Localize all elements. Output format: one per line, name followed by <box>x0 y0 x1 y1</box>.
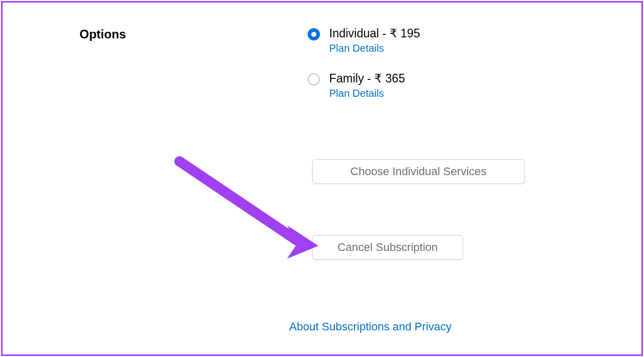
plan-label: Individual - ₹ 195 <box>329 27 420 40</box>
plan-details-link[interactable]: Plan Details <box>329 88 405 99</box>
choose-individual-services-button[interactable]: Choose Individual Services <box>312 159 525 184</box>
radio-unselected-icon[interactable] <box>308 73 320 86</box>
about-subscriptions-privacy-link[interactable]: About Subscriptions and Privacy <box>289 320 452 333</box>
plan-label: Family - ₹ 365 <box>329 72 405 86</box>
plan-text-group: Family - ₹ 365 Plan Details <box>329 72 405 99</box>
annotation-arrow-icon <box>172 154 320 261</box>
plan-text-group: Individual - ₹ 195 Plan Details <box>329 27 420 54</box>
annotation-frame: Options Individual - ₹ 195 Plan Details … <box>1 1 643 356</box>
plan-option-family[interactable]: Family - ₹ 365 Plan Details <box>308 72 405 99</box>
cancel-subscription-button[interactable]: Cancel Subscription <box>312 235 463 260</box>
subscription-options-panel: Options Individual - ₹ 195 Plan Details … <box>3 3 641 354</box>
svg-line-1 <box>179 161 297 241</box>
plan-details-link[interactable]: Plan Details <box>329 43 420 54</box>
radio-selected-icon[interactable] <box>308 28 320 40</box>
plan-option-individual[interactable]: Individual - ₹ 195 Plan Details <box>308 27 420 54</box>
options-heading: Options <box>79 27 126 41</box>
